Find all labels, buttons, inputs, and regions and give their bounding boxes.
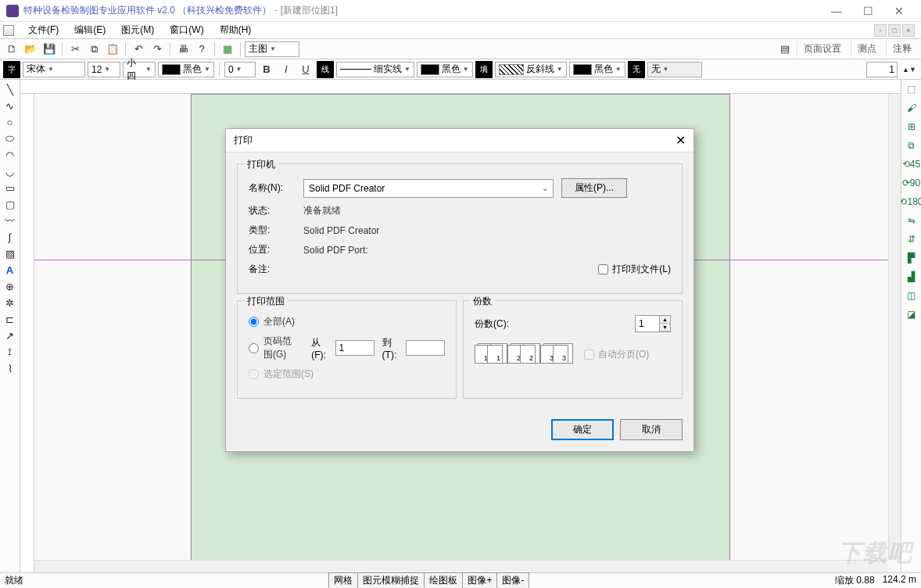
printer-select[interactable]: Solid PDF Creator ⌄ [303, 179, 554, 198]
sb-board[interactable]: 绘图板 [425, 572, 463, 588]
tool-leader-icon[interactable]: ↗ [2, 328, 19, 343]
measure-link[interactable]: 测点 [851, 41, 883, 57]
font-sizename-dropdown[interactable]: 小四▼ [123, 62, 156, 77]
line-style-dropdown[interactable]: 细实线▼ [336, 62, 414, 77]
font-color-dropdown[interactable]: 黑色▼ [158, 62, 214, 77]
copy-icon[interactable]: ⧉ [85, 41, 102, 58]
tool-curve2-icon[interactable]: ⌇ [2, 360, 19, 376]
count-input[interactable] [866, 62, 898, 77]
ok-button[interactable]: 确定 [551, 419, 614, 440]
font-name-dropdown[interactable]: 宋体▼ [23, 62, 85, 77]
spin-down-icon[interactable]: ▼ [660, 324, 670, 332]
menu-file[interactable]: 文件(F) [22, 22, 65, 38]
font-size-dropdown[interactable]: 12▼ [88, 62, 120, 77]
menu-window[interactable]: 窗口(W) [163, 22, 210, 38]
tool-roundrect-icon[interactable]: ▢ [2, 196, 19, 212]
tool-rect-icon[interactable]: ▭ [2, 180, 19, 195]
hatch-style-dropdown[interactable]: 反斜线▼ [495, 62, 567, 77]
tool-circle-icon[interactable]: ○ [2, 114, 19, 130]
open-icon[interactable]: 📂 [22, 41, 39, 58]
cut-icon[interactable]: ✂ [66, 41, 84, 58]
menu-edit[interactable]: 编辑(E) [68, 22, 112, 38]
tool-arc2-icon[interactable]: ◡ [2, 163, 19, 179]
tool-curve-icon[interactable]: 〰 [2, 213, 19, 228]
rtool-brush-icon[interactable]: 🖌 [903, 100, 920, 116]
redo-icon[interactable]: ↷ [149, 41, 166, 58]
print-to-file-checkbox[interactable] [598, 264, 608, 274]
rtool-select-icon[interactable]: ⬚ [903, 81, 920, 97]
line-color-dropdown[interactable]: 黑色▼ [417, 62, 473, 77]
rtool-rotate90-icon[interactable]: ⟳90 [903, 175, 920, 191]
dialog-titlebar[interactable]: 打印 ✕ [226, 129, 693, 152]
line-icon[interactable]: 线 [317, 61, 334, 78]
rtool-flipv-icon[interactable]: ⇵ [903, 231, 920, 247]
tool-arc-icon[interactable]: ◠ [2, 147, 19, 163]
tool-ellipse-icon[interactable]: ⬭ [2, 131, 19, 146]
preview-icon[interactable]: ▦ [219, 41, 236, 58]
rtool-layer2-icon[interactable]: ◪ [903, 307, 920, 322]
tool-gear-icon[interactable]: ✲ [2, 295, 19, 310]
fill-dropdown[interactable]: 无▼ [647, 62, 702, 77]
mdi-icon[interactable] [3, 25, 14, 36]
minimize-button[interactable]: — [821, 2, 852, 20]
rtool-rotate45-icon[interactable]: ⟲45 [903, 156, 920, 172]
tool-polyline-icon[interactable]: ∿ [2, 98, 19, 113]
fill-icon[interactable]: 无 [628, 61, 645, 78]
tool-hatch-icon[interactable]: ▨ [2, 246, 19, 261]
help-icon[interactable]: ? [193, 41, 210, 58]
rtool-rotate180-icon[interactable]: ⟲180 [903, 194, 920, 210]
maximize-button[interactable]: ☐ [852, 2, 883, 20]
rtool-group-icon[interactable]: ⧉ [903, 138, 920, 153]
spin-up-icon[interactable]: ▲ [660, 316, 670, 324]
sb-imgplus[interactable]: 图像+ [463, 572, 497, 588]
cancel-button[interactable]: 取消 [620, 419, 683, 440]
menu-element[interactable]: 图元(M) [115, 22, 160, 38]
scrollbar-horizontal[interactable] [34, 560, 888, 572]
bold-button[interactable]: B [258, 61, 275, 78]
rtool-align-icon[interactable]: ⊞ [903, 119, 920, 134]
rtool-fliph-icon[interactable]: ⇋ [903, 213, 920, 228]
font-icon[interactable]: 字 [3, 61, 20, 78]
dialog-close-icon[interactable]: ✕ [676, 133, 686, 148]
mdi-restore[interactable]: □ [888, 24, 901, 37]
tool-weld-icon[interactable]: ⊏ [2, 311, 19, 327]
hatch-icon[interactable]: 填 [475, 61, 493, 78]
tool-line-icon[interactable]: ╲ [2, 81, 19, 97]
undo-icon[interactable]: ↶ [130, 41, 147, 58]
properties-button[interactable]: 属性(P)... [561, 178, 627, 198]
spin-icon[interactable]: ▲▼ [901, 61, 918, 78]
page-setup-link[interactable]: 页面设置 [797, 41, 848, 57]
view-dropdown[interactable]: 主图 ▼ [245, 41, 299, 57]
italic-button[interactable]: I [278, 61, 295, 78]
menu-help[interactable]: 帮助(H) [213, 22, 258, 38]
from-input[interactable] [335, 340, 374, 356]
sb-grid[interactable]: 网格 [328, 572, 358, 588]
sb-snap[interactable]: 图元模糊捕捉 [358, 572, 425, 588]
annotate-link[interactable]: 注释 [886, 41, 918, 57]
rtool-front-icon[interactable]: ▛ [903, 250, 920, 266]
range-all-radio[interactable]: 全部(A) [249, 315, 295, 328]
print-icon[interactable]: 🖶 [174, 41, 192, 58]
rtool-layer1-icon[interactable]: ◫ [903, 288, 920, 303]
scrollbar-vertical[interactable] [888, 94, 901, 560]
sb-imgminus[interactable]: 图像- [497, 572, 529, 588]
tool-dim-icon[interactable]: ⊕ [2, 278, 19, 294]
save-icon[interactable]: 💾 [41, 41, 58, 58]
new-icon[interactable]: 🗋 [3, 41, 20, 58]
copies-spinner[interactable]: ▲▼ [635, 315, 671, 332]
underline-button[interactable]: U [297, 61, 314, 78]
close-button[interactable]: ✕ [883, 2, 915, 20]
hatch-color-dropdown[interactable]: 黑色▼ [569, 62, 625, 77]
tool-spline-icon[interactable]: ∫ [2, 229, 19, 245]
mdi-close[interactable]: × [902, 24, 915, 37]
print-to-file-check[interactable]: 打印到文件(L) [598, 263, 671, 276]
tool-measure-icon[interactable]: ⟟ [2, 344, 19, 360]
range-pages-radio[interactable]: 页码范围(G) [249, 335, 292, 361]
rtool-back-icon[interactable]: ▟ [903, 269, 920, 285]
tool-text-icon[interactable]: A [2, 262, 19, 278]
doc-icon[interactable]: ▤ [776, 41, 794, 58]
mdi-minimize[interactable]: - [874, 24, 887, 37]
copies-input[interactable] [636, 318, 659, 329]
to-input[interactable] [406, 340, 445, 356]
paste-icon[interactable]: 📋 [104, 41, 121, 58]
